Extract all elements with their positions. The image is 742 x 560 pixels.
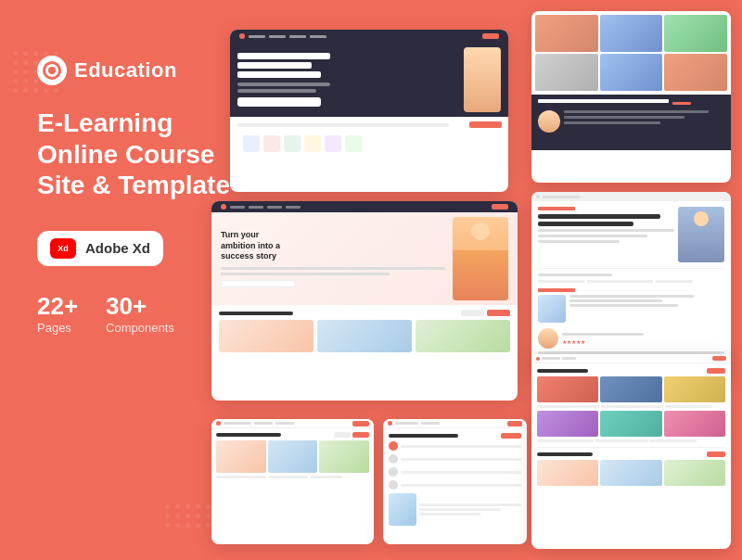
mockup-mid-nav [211,201,518,212]
mockup-courses-page [531,11,731,183]
mid-hero-title-text: Turn yourambition into asuccess story [221,230,445,262]
mockup-hero-section [230,43,508,117]
mockup-hero-variant: Turn yourambition into asuccess story [211,201,518,401]
mockup-categories [531,354,731,549]
mockup-mid-right: ★★★★★ [531,192,731,373]
stat-components-value: 30+ [106,292,174,321]
brand-icon [37,56,67,85]
stat-components-label: Components [106,321,174,335]
main-background: Education E-LearningOnline CourseSite & … [0,0,742,560]
mockup-learning-platform [383,419,527,544]
stat-pages-value: 22+ [37,292,78,321]
adobe-xd-icon: Xd [50,238,76,259]
tagline: E-LearningOnline CourseSite & Template [37,108,241,201]
mid-hero-person-image [453,217,508,300]
mockup-mid-courses [211,305,518,357]
mockup-category-section [230,117,508,160]
mockup-grid: Turn yourambition into asuccess story [230,11,731,549]
mockup-nav-dark [230,30,508,43]
testimonial-dark-section [531,95,731,150]
brand-circle-icon [43,61,61,80]
adobe-xd-badge: Xd Adobe Xd [37,231,163,266]
stat-components: 30+ Components [106,292,174,335]
mockup-mid-hero: Turn yourambition into asuccess story [211,212,518,305]
mockup-hero-page [230,30,508,192]
adobe-xd-label: Adobe Xd [85,240,150,256]
mockup-mid-right-content: ★★★★★ [531,201,731,368]
mockup-platform-content [383,428,527,530]
mockup-courses-selection [211,419,374,544]
brand-name: Education [74,58,177,83]
dots-decoration-bottom [165,504,211,528]
stat-pages-label: Pages [37,321,78,335]
brand-logo: Education [37,56,241,85]
course-thumbnails [531,11,731,95]
mockup-selection-content [211,428,374,482]
mockup-categories-content [531,363,731,490]
left-panel: Education E-LearningOnline CourseSite & … [37,56,241,335]
stats-row: 22+ Pages 30+ Components [37,292,241,335]
stat-pages: 22+ Pages [37,292,78,335]
